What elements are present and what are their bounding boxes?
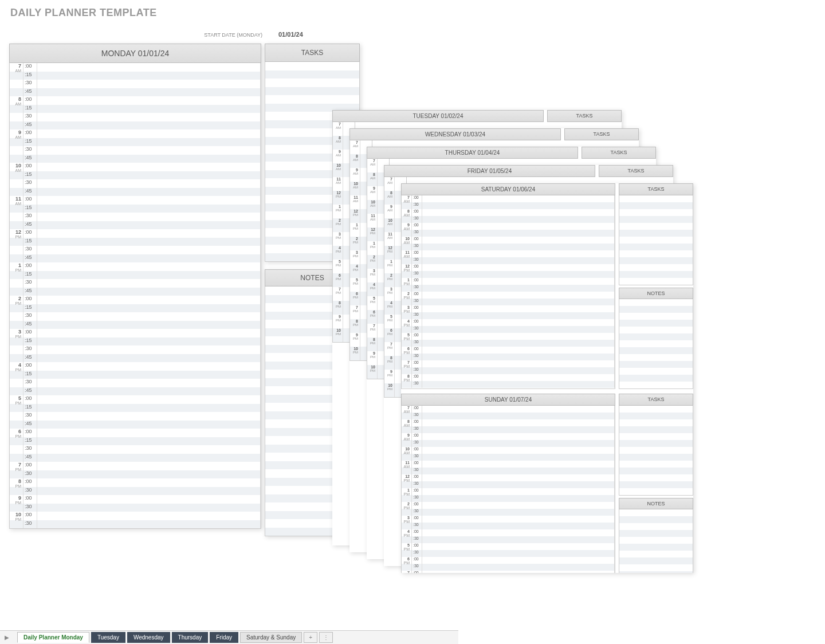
slot-cell[interactable] — [37, 221, 261, 230]
slot-cell[interactable] — [422, 244, 615, 250]
slot-cell[interactable] — [422, 367, 615, 374]
slot-cell[interactable] — [422, 419, 615, 426]
time-row[interactable]: 7PM:00 — [402, 360, 615, 367]
slot-cell[interactable] — [37, 196, 261, 205]
time-row[interactable]: :30 — [10, 312, 261, 321]
time-row[interactable]: :15 — [10, 72, 261, 80]
task-row[interactable] — [619, 440, 693, 447]
slot-cell[interactable] — [422, 413, 615, 419]
slot-cell[interactable] — [37, 146, 261, 155]
time-row[interactable]: :45 — [10, 387, 261, 396]
task-row[interactable] — [619, 551, 693, 557]
sheet-tab[interactable]: Friday — [210, 632, 238, 643]
time-row[interactable]: 1PM:00 — [402, 488, 615, 495]
slot-cell[interactable] — [422, 557, 615, 564]
time-row[interactable]: :30 — [10, 379, 261, 387]
time-row[interactable]: 9AM:00 — [402, 223, 615, 230]
slot-cell[interactable] — [37, 412, 261, 421]
slot-cell[interactable] — [37, 487, 261, 496]
time-row[interactable]: :45 — [10, 288, 261, 296]
slot-cell[interactable] — [422, 474, 615, 481]
slot-cell[interactable] — [422, 278, 615, 285]
task-row[interactable] — [619, 454, 693, 461]
time-row[interactable]: :45 — [10, 155, 261, 163]
task-row[interactable] — [265, 78, 359, 87]
slot-cell[interactable] — [422, 481, 615, 488]
sheet-tab[interactable]: Saturday & Sunday — [240, 632, 302, 643]
slot-cell[interactable] — [37, 262, 261, 271]
slot-cell[interactable] — [37, 445, 261, 454]
task-row[interactable] — [619, 209, 693, 216]
task-row[interactable] — [619, 488, 693, 495]
tasks-list-sunday[interactable] — [619, 406, 693, 496]
time-row[interactable]: :30 — [402, 413, 615, 419]
slot-cell[interactable] — [422, 195, 615, 202]
add-sheet-button[interactable]: + — [304, 632, 317, 643]
time-row[interactable]: :15 — [10, 105, 261, 113]
time-row[interactable]: :30 — [402, 216, 615, 223]
time-row[interactable]: :30 — [402, 495, 615, 502]
time-row[interactable]: :30 — [402, 523, 615, 529]
slot-cell[interactable] — [37, 179, 261, 188]
slot-cell[interactable] — [422, 257, 615, 264]
time-row[interactable]: 11AM:00 — [402, 461, 615, 468]
time-row[interactable]: 9AM:00 — [402, 433, 615, 440]
slot-cell[interactable] — [37, 462, 261, 470]
task-row[interactable] — [619, 474, 693, 481]
task-row[interactable] — [619, 530, 693, 537]
slot-cell[interactable] — [37, 113, 261, 121]
slot-cell[interactable] — [422, 447, 615, 454]
task-row[interactable] — [619, 537, 693, 544]
time-row[interactable]: :30 — [10, 504, 261, 512]
time-row[interactable]: :30 — [402, 550, 615, 557]
time-row[interactable]: :30 — [402, 367, 615, 374]
time-row[interactable]: :45 — [10, 321, 261, 329]
time-row[interactable]: 3PM:00 — [402, 516, 615, 523]
task-row[interactable] — [619, 413, 693, 419]
slot-cell[interactable] — [422, 271, 615, 278]
time-row[interactable]: :30 — [402, 440, 615, 447]
slot-cell[interactable] — [37, 404, 261, 413]
slot-cell[interactable] — [422, 440, 615, 447]
slot-cell[interactable] — [422, 312, 615, 319]
time-row[interactable]: :30 — [10, 213, 261, 221]
time-row[interactable]: 12PM:00 — [402, 474, 615, 481]
time-row[interactable]: 10AM:00 — [402, 237, 615, 244]
time-row[interactable]: 8AM:00 — [402, 209, 615, 216]
time-row[interactable]: :30 — [402, 326, 615, 333]
slot-cell[interactable] — [37, 155, 261, 163]
time-row[interactable]: 2PM:00 — [402, 292, 615, 299]
task-row[interactable] — [619, 216, 693, 223]
sheet-tab[interactable]: Wednesday — [127, 632, 170, 643]
time-row[interactable]: :30 — [10, 412, 261, 421]
slot-cell[interactable] — [37, 504, 261, 512]
time-row[interactable]: :15 — [10, 271, 261, 280]
slot-cell[interactable] — [37, 205, 261, 213]
slot-cell[interactable] — [422, 216, 615, 223]
slot-cell[interactable] — [422, 564, 615, 571]
time-row[interactable]: 4PM:00 — [402, 319, 615, 326]
task-row[interactable] — [619, 230, 693, 237]
task-row[interactable] — [619, 375, 693, 382]
task-row[interactable] — [619, 419, 693, 426]
slot-cell[interactable] — [37, 88, 261, 97]
time-row[interactable]: 5PM:00 — [402, 543, 615, 550]
slot-cell[interactable] — [37, 337, 261, 346]
time-row[interactable]: :30 — [402, 381, 615, 388]
time-row[interactable]: :30 — [10, 179, 261, 188]
time-row[interactable]: :30 — [402, 426, 615, 433]
slot-cell[interactable] — [37, 470, 261, 479]
sheet-tab[interactable]: Thursday — [172, 632, 209, 643]
time-row[interactable]: :30 — [10, 470, 261, 479]
slot-cell[interactable] — [37, 429, 261, 437]
task-row[interactable] — [265, 87, 359, 96]
task-row[interactable] — [619, 340, 693, 347]
time-row[interactable]: :30 — [10, 113, 261, 121]
slot-cell[interactable] — [37, 345, 261, 354]
slot-cell[interactable] — [422, 292, 615, 299]
time-row[interactable]: :30 — [402, 340, 615, 347]
slot-cell[interactable] — [37, 421, 261, 429]
time-row[interactable]: 9AM:00 — [10, 129, 261, 138]
task-row[interactable] — [619, 257, 693, 264]
task-row[interactable] — [619, 544, 693, 551]
